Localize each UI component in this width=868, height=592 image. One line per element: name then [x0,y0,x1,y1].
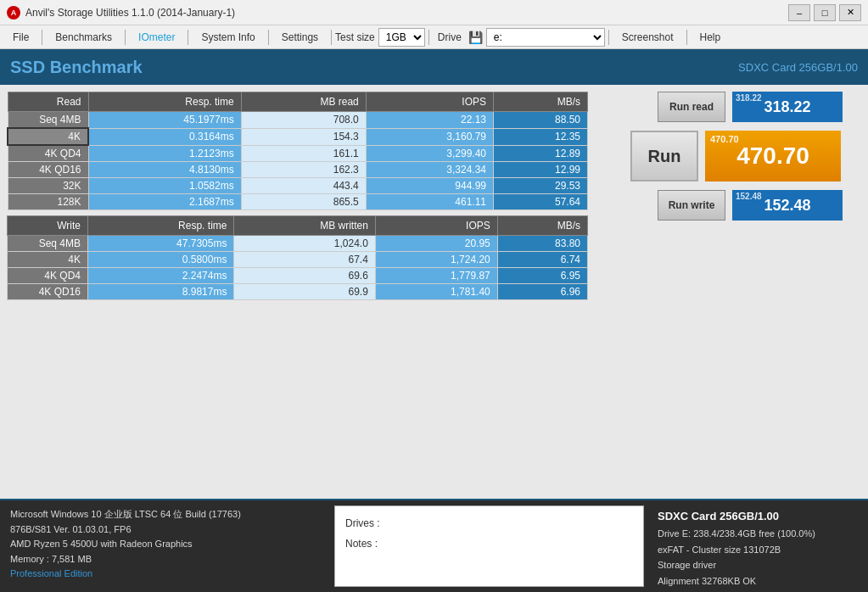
menu-bar: File Benchmarks IOmeter System Info Sett… [0,25,868,49]
menu-separator-7 [608,30,609,45]
window-controls: – □ ✕ [788,4,861,21]
read-mb: 708.0 [241,112,366,129]
write-resp-time: 2.2474ms [88,268,234,284]
read-resp-time: 2.1687ms [88,194,241,210]
menu-screenshot[interactable]: Screenshot [613,28,683,47]
read-row-label: 128K [8,194,88,210]
menu-separator-1 [42,30,42,45]
read-table-row: 128K 2.1687ms 865.5 461.11 57.64 [8,194,588,210]
close-button[interactable]: ✕ [839,4,861,21]
write-table-row: 4K QD16 8.9817ms 69.9 1,781.40 6.96 [8,284,588,300]
read-iops: 3,160.79 [366,128,493,145]
menu-separator-3 [188,30,188,45]
read-mbs: 12.35 [494,128,588,145]
write-iops: 1,779.87 [375,268,497,284]
write-resp-time: 8.9817ms [88,284,234,300]
read-row-label: 32K [8,178,88,194]
menu-separator-5 [331,30,332,45]
write-col-header: Write [8,216,88,236]
write-iops: 1,724.20 [375,252,497,268]
write-table: Write Resp. time MB written IOPS MB/s Se… [7,215,588,300]
write-mb: 69.6 [234,268,375,284]
read-mbs: 12.99 [494,162,588,178]
read-mbs: 57.64 [494,194,588,210]
run-main-section: Run 470.70 470.70 [630,131,843,182]
read-table-row: Seq 4MB 45.1977ms 708.0 22.13 88.50 [8,112,588,129]
app-title: Anvil's Storage Utilities 1.1.0 (2014-Ja… [25,7,235,19]
read-iops: 944.99 [366,178,493,194]
read-resp-time: 1.0582ms [88,178,241,194]
read-mb: 154.3 [241,128,366,145]
read-mb: 865.5 [241,194,366,210]
menu-benchmarks[interactable]: Benchmarks [46,28,121,47]
minimize-button[interactable]: – [788,4,810,21]
test-size-label: Test size [335,31,375,43]
menu-system-info[interactable]: System Info [192,28,264,47]
write-resp-time: 0.5800ms [88,252,234,268]
write-mb: 1,024.0 [234,236,375,252]
benchmark-title: SSD Benchmark [10,58,143,77]
read-mbs: 88.50 [494,112,588,129]
write-mbs: 6.74 [497,252,587,268]
read-resp-time: 0.3164ms [88,128,241,145]
run-read-button[interactable]: Run read [658,92,725,122]
maximize-button[interactable]: □ [814,4,836,21]
pro-edition-link[interactable]: Professional Edition [10,567,321,582]
read-mb: 161.1 [241,145,366,162]
run-read-section: Run read 318.22 318.22 [630,92,843,126]
write-mb-col-header: MB written [234,216,375,236]
menu-iometer[interactable]: IOmeter [129,28,184,47]
menu-settings[interactable]: Settings [272,28,328,47]
read-mb: 443.4 [241,178,366,194]
test-size-select[interactable]: 1GB [378,28,425,47]
card-title: SDXC Card 256GB/1.00 [658,507,858,526]
write-iops: 1,781.40 [375,284,497,300]
card-line-5: Alignment 32768KB OK [658,573,858,589]
menu-separator-8 [686,30,687,45]
right-panel: Run read 318.22 318.22 Run 470.70 470.70… [605,85,868,499]
menu-help[interactable]: Help [691,28,731,47]
read-resp-time: 1.2123ms [88,145,241,162]
test-size-group: Test size 1GB [335,28,425,47]
run-main-score: 470.70 [736,142,809,170]
drive-select[interactable]: e: [486,28,605,47]
menu-separator-2 [125,30,126,45]
sys-line-1: Microsoft Windows 10 企业版 LTSC 64 位 Build… [10,507,321,522]
read-iops: 3,324.34 [366,162,493,178]
menu-separator-6 [428,30,429,45]
mbs-col-header: MB/s [494,92,588,112]
read-resp-time: 45.1977ms [88,112,241,129]
write-mb: 69.9 [234,284,375,300]
benchmark-card-info: SDXC Card 256GB/1.00 [738,61,858,74]
write-mb: 67.4 [234,252,375,268]
read-row-label: 4K QD4 [8,145,88,162]
drives-label: Drives : [345,513,633,533]
bottom-bar: Microsoft Windows 10 企业版 LTSC 64 位 Build… [0,499,868,592]
read-table-row: 4K QD16 4.8130ms 162.3 3,324.34 12.99 [8,162,588,178]
write-iops: 20.95 [375,236,497,252]
menu-file[interactable]: File [3,28,38,47]
run-write-button[interactable]: Run write [658,190,725,221]
card-info-panel: SDXC Card 256GB/1.00 Drive E: 238.4/238.… [647,500,868,592]
drive-icon: 💾 [468,31,483,44]
run-main-score-small: 470.70 [710,134,739,144]
write-resp-time: 47.7305ms [88,236,234,252]
resp-time-col-header: Resp. time [88,92,241,112]
read-iops: 3,299.40 [366,145,493,162]
sys-line-4: Memory : 7,581 MB [10,552,321,567]
read-table-row: 4K QD4 1.2123ms 161.1 3,299.40 12.89 [8,145,588,162]
write-row-label: 4K QD16 [8,284,88,300]
run-write-score-box: 152.48 152.48 [732,190,843,221]
menu-separator-4 [268,30,269,45]
title-bar: A Anvil's Storage Utilities 1.1.0 (2014-… [0,0,868,25]
run-read-row: Run read 318.22 318.22 [658,92,843,122]
run-write-section: Run write 152.48 152.48 [630,187,843,221]
run-read-score-box: 318.22 318.22 [732,92,843,122]
read-table-row: 4K 0.3164ms 154.3 3,160.79 12.35 [8,128,588,145]
system-info-panel: Microsoft Windows 10 企业版 LTSC 64 位 Build… [0,500,331,592]
run-button[interactable]: Run [630,131,698,182]
drives-notes-panel[interactable]: Drives : Notes : [334,505,644,587]
read-row-label: Seq 4MB [8,112,88,129]
app-icon: A [7,6,20,20]
write-mbs: 6.96 [497,284,587,300]
